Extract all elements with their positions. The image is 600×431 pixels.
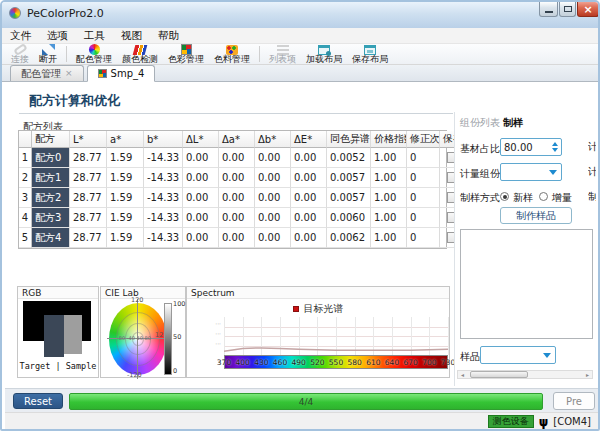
pre-button[interactable]: Pre [553,392,595,410]
progress-text: 4/4 [299,397,313,407]
recipe-name-cell[interactable]: 配方1 [32,168,70,188]
toolbar-button[interactable]: 色彩管理 [163,44,209,64]
column-header[interactable]: 配方 [32,131,70,148]
sample-dropdown[interactable] [480,346,556,364]
colorant-icon [224,44,240,55]
table-row[interactable]: 1配方028.771.59-14.330.000.000.000.000.005… [19,148,446,168]
tab-component-list[interactable]: 组份列表 [460,116,500,130]
clipped-label: 计 [588,165,596,177]
spectrum-curve [224,317,448,355]
tab-color-management[interactable]: 配色管理 × [10,65,84,81]
table-row[interactable]: 5配方428.771.59-14.330.000.000.000.000.006… [19,228,446,248]
swatch-icon [98,69,107,78]
column-header[interactable]: 价格指数 [371,131,407,148]
sample-color-swatch [64,315,82,354]
scrollbar-thumb[interactable] [470,371,528,378]
value-cell: 0.00 [219,228,255,248]
mode-label: 制样方式 [460,191,500,205]
radio-inc-label[interactable]: 增量 [552,191,572,205]
toolbar-button[interactable]: 颜色检测 [117,44,163,64]
column-header[interactable]: 修正次数 [407,131,440,148]
table-row[interactable]: 4配方328.771.59-14.330.000.000.000.000.006… [19,208,446,228]
legend-marker-icon [293,306,299,312]
app-logo-icon [9,7,21,19]
menu-item[interactable]: 文件 [2,28,39,44]
title-bar: PeColorPro2.0 × [2,2,598,28]
value-cell: 0.00 [183,148,219,168]
column-header[interactable]: ΔL* [183,131,219,148]
value-cell: 0.00 [219,168,255,188]
toolbar-button[interactable]: 色料管理 [209,44,255,64]
radio-new-label[interactable]: 新样 [513,191,533,205]
menu-item[interactable]: 帮助 [150,28,187,44]
minimize-button[interactable] [539,2,558,17]
chevron-down-icon [549,170,557,175]
spin-down-icon[interactable] [552,148,558,152]
value-cell: 1.59 [107,188,144,208]
list-icon [275,44,291,55]
toolbar-button-label: 色彩管理 [168,55,204,64]
value-cell: 0.00 [183,188,219,208]
maximize-button[interactable] [559,2,576,17]
menu-item[interactable]: 选项 [39,28,76,44]
column-header[interactable]: ΔE* [291,131,327,148]
toolbar-button-label: 断开 [39,55,57,64]
column-header[interactable]: Δb* [255,131,291,148]
tab-smp4[interactable]: Smp_4 [87,65,156,82]
column-header[interactable]: 同色异谱 [327,131,371,148]
toolbar-button[interactable]: 配色管理 [71,44,117,64]
value-cell: -14.33 [144,228,183,248]
recipe-name-cell[interactable]: 配方0 [32,148,70,168]
value-cell: 0.00 [219,148,255,168]
make-sample-button[interactable]: 制作样品 [500,207,572,224]
spectrum-legend: 目标光谱 [187,302,449,316]
value-cell: 0.00 [183,208,219,228]
value-cell: -14.33 [144,168,183,188]
row-number: 4 [19,208,32,228]
close-button[interactable]: × [577,2,599,17]
column-header[interactable]: Δa* [219,131,255,148]
tab-close-icon[interactable]: × [65,69,73,78]
radio-increment[interactable] [539,192,548,201]
tab-make-sample[interactable]: 制样 [503,116,523,130]
value-cell: 0 [407,188,440,208]
menu-item[interactable]: 工具 [76,28,113,44]
metering-dropdown[interactable] [500,163,562,181]
horizontal-scrollbar[interactable]: ◂ ▸ [457,370,593,379]
base-ratio-stepper[interactable] [548,139,561,155]
column-header[interactable]: a* [107,131,144,148]
scroll-left-icon[interactable]: ◂ [458,371,467,378]
column-header[interactable]: L* [70,131,107,148]
menu-bar: 文件选项工具视图帮助 [2,28,598,44]
table-row[interactable]: 3配方228.771.59-14.330.000.000.000.000.005… [19,188,446,208]
column-header[interactable]: b* [144,131,183,148]
tab-bar: 配色管理 × Smp_4 [2,65,598,82]
table-row[interactable]: 2配方128.771.59-14.330.000.000.000.000.005… [19,168,446,188]
recipe-name-cell[interactable]: 配方4 [32,228,70,248]
toolbar-button[interactable]: 断开 [34,44,62,64]
value-cell: -14.33 [144,188,183,208]
value-cell: 28.77 [70,228,107,248]
toolbar-button[interactable]: 保存布局 [347,44,393,64]
menu-item[interactable]: 视图 [113,28,150,44]
scroll-right-icon[interactable]: ▸ [583,371,592,378]
lightness-scale-bar [164,303,172,375]
spin-up-icon[interactable] [552,142,558,146]
value-cell: 0.0057 [327,188,371,208]
lightness-label-50: 50 [173,333,181,341]
header-gutter [19,131,32,148]
toolbar-separator [66,46,67,62]
value-cell: 1.00 [371,188,407,208]
lightness-label-0: 0 [173,367,177,375]
recipe-name-cell[interactable]: 配方2 [32,188,70,208]
recipe-name-cell[interactable]: 配方3 [32,208,70,228]
com-port-label: [COM4] [553,416,591,427]
toolbar-button[interactable]: 加载布局 [301,44,347,64]
component-listbox[interactable] [460,229,593,339]
wavelength-tick-label: 550 [329,358,343,367]
reset-button[interactable]: Reset [13,393,63,409]
radio-new-sample[interactable] [500,192,509,201]
value-cell: 0.00 [291,228,327,248]
value-cell: 0.00 [255,148,291,168]
value-cell: 0.00 [219,208,255,228]
